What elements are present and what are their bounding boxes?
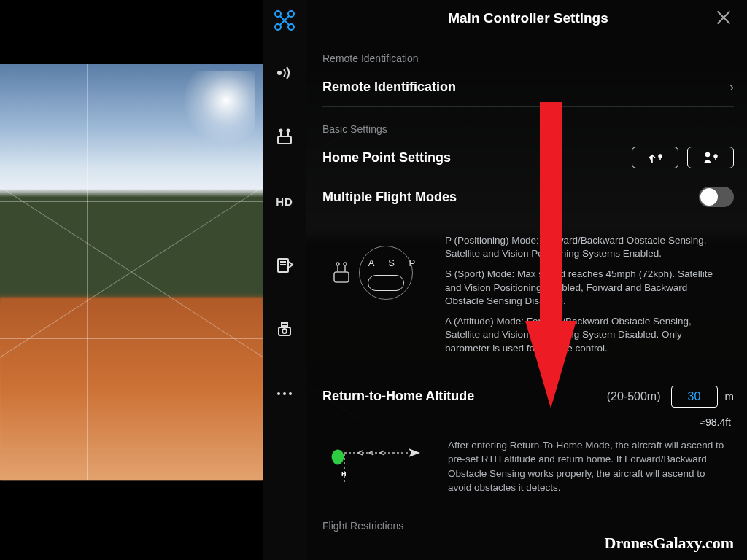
more-settings-icon[interactable] bbox=[263, 362, 306, 426]
battery-icon[interactable] bbox=[263, 233, 306, 298]
mode-switch-diagram: A S P bbox=[360, 247, 425, 298]
svg-point-3 bbox=[288, 24, 294, 30]
main-controller-settings-panel: Main Controller Settings Remote Identifi… bbox=[306, 0, 747, 560]
settings-tab-bar: HD bbox=[263, 0, 306, 560]
close-icon[interactable] bbox=[713, 7, 734, 28]
svg-point-17 bbox=[283, 392, 286, 395]
svg-point-19 bbox=[659, 155, 662, 158]
home-point-settings-label: Home Point Settings bbox=[322, 150, 632, 166]
svg-point-15 bbox=[282, 329, 287, 333]
rth-unit-label: m bbox=[725, 390, 735, 402]
rth-feet-label: ≈98.4ft bbox=[322, 416, 731, 428]
rth-path-diagram: H bbox=[322, 438, 432, 489]
section-header-remote-id: Remote Identification bbox=[322, 52, 734, 64]
signal-icon[interactable] bbox=[263, 41, 306, 105]
svg-rect-5 bbox=[278, 136, 291, 144]
multiple-flight-modes-label: Multiple Flight Modes bbox=[322, 190, 699, 205]
svg-point-16 bbox=[277, 392, 280, 395]
rth-altitude-label: Return-to-Home Altitude bbox=[322, 389, 607, 404]
watermark: DronesGalaxy.com bbox=[605, 534, 734, 553]
multiple-flight-modes-toggle[interactable] bbox=[699, 187, 734, 207]
controller-icon bbox=[330, 260, 353, 285]
a-mode-description: A (Attitude) Mode: Forward/Backward Obst… bbox=[445, 315, 722, 355]
home-point-aircraft-button[interactable] bbox=[632, 147, 678, 168]
svg-point-26 bbox=[344, 262, 347, 265]
section-header-flight-restrictions: Flight Restrictions bbox=[322, 520, 734, 532]
image-transmission-icon[interactable]: HD bbox=[263, 169, 306, 233]
svg-point-1 bbox=[288, 11, 294, 17]
rth-altitude-input[interactable]: 30 bbox=[671, 386, 718, 408]
svg-point-8 bbox=[280, 130, 282, 132]
home-point-settings-row: Home Point Settings bbox=[322, 142, 734, 173]
svg-point-20 bbox=[706, 153, 710, 157]
rth-altitude-row: Return-to-Home Altitude (20-500m) 30 m bbox=[322, 381, 734, 412]
s-mode-description: S (Sport) Mode: Max speed reaches 45mph … bbox=[445, 268, 722, 308]
rth-range-label: (20-500m) bbox=[607, 390, 661, 403]
svg-point-18 bbox=[289, 392, 292, 395]
remote-identification-row[interactable]: Remote Identification › bbox=[322, 71, 734, 102]
flight-mode-description-block: A S P P (Positioning) Mode: Forward/Back… bbox=[322, 234, 734, 362]
chevron-right-icon: › bbox=[729, 79, 734, 95]
remote-identification-label: Remote Identification bbox=[322, 79, 729, 95]
multiple-flight-modes-row: Multiple Flight Modes bbox=[322, 182, 734, 212]
svg-rect-22 bbox=[334, 272, 349, 282]
section-header-basic: Basic Settings bbox=[322, 123, 734, 135]
svg-point-2 bbox=[275, 24, 281, 30]
svg-point-9 bbox=[287, 130, 290, 132]
svg-text:H: H bbox=[341, 470, 347, 478]
panel-title: Main Controller Settings bbox=[448, 10, 608, 26]
svg-point-21 bbox=[714, 155, 717, 158]
home-point-user-button[interactable] bbox=[687, 147, 734, 168]
camera-feed bbox=[0, 64, 263, 480]
svg-rect-13 bbox=[282, 323, 287, 326]
svg-point-25 bbox=[336, 262, 339, 265]
svg-point-4 bbox=[277, 71, 282, 75]
p-mode-description: P (Positioning) Mode: Forward/Backward O… bbox=[445, 234, 722, 260]
rth-description: After entering Return-To-Home Mode, the … bbox=[448, 438, 725, 495]
svg-point-0 bbox=[275, 11, 281, 17]
remote-controller-icon[interactable] bbox=[263, 105, 306, 169]
gimbal-icon[interactable] bbox=[263, 298, 306, 362]
